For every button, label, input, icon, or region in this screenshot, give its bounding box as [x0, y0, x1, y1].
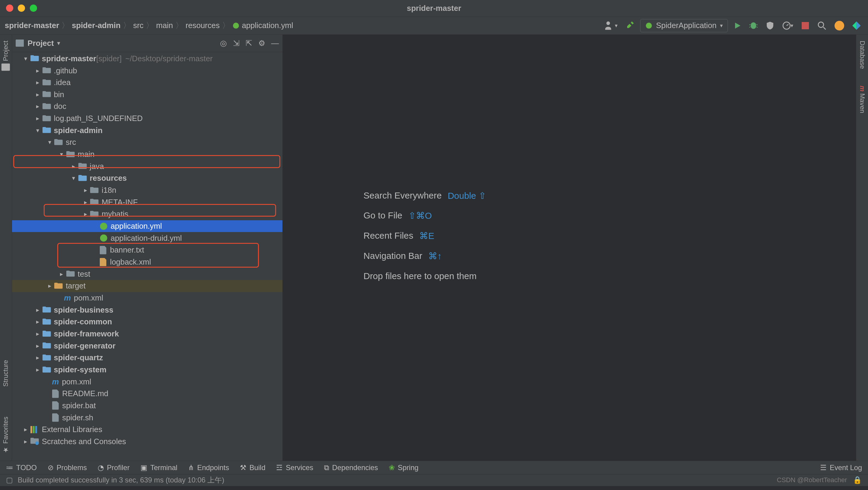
search-everywhere-button[interactable] — [815, 19, 829, 32]
left-tab-favorites[interactable]: ★Favorites — [2, 417, 10, 454]
tree-row-24[interactable]: ▸spider-generator — [12, 340, 283, 352]
tree-arrow[interactable]: ▸ — [21, 426, 30, 433]
tree-row-6[interactable]: ▾spider-admin — [12, 124, 283, 136]
status-window-icon[interactable]: ▢ — [6, 476, 13, 484]
tree-row-31[interactable]: ▸External Libraries — [12, 424, 283, 436]
tree-row-29[interactable]: spider.bat — [12, 400, 283, 412]
expand-all-icon[interactable]: ⇲ — [233, 39, 240, 48]
tree-row-11[interactable]: ▸i18n — [12, 184, 283, 196]
minimize-window[interactable] — [18, 4, 25, 12]
ide-updates-avatar[interactable] — [832, 19, 846, 32]
tree-row-13[interactable]: ▸mybatis — [12, 208, 283, 220]
tree-row-8[interactable]: ▾main — [12, 148, 283, 161]
tree-row-21[interactable]: ▸spider-business — [12, 304, 283, 316]
event-log-button[interactable]: ☰Event Log — [820, 463, 862, 472]
bottom-tab-problems[interactable]: ⊘Problems — [48, 463, 87, 472]
tree-row-32[interactable]: ▸Scratches and Consoles — [12, 436, 283, 448]
tree-arrow[interactable]: ▸ — [45, 282, 55, 289]
tree-row-28[interactable]: README.md — [12, 388, 283, 400]
tree-arrow[interactable]: ▸ — [33, 103, 42, 110]
tree-arrow[interactable]: ▸ — [33, 67, 42, 74]
tree-arrow[interactable]: ▸ — [69, 163, 79, 170]
tree-row-23[interactable]: ▸spider-framework — [12, 328, 283, 340]
tree-row-30[interactable]: spider.sh — [12, 411, 283, 424]
tree-arrow[interactable]: ▸ — [33, 354, 42, 361]
run-button[interactable] — [732, 19, 744, 32]
left-tab-project[interactable]: Project — [1, 41, 10, 71]
crumb-1[interactable]: spider-admin — [72, 21, 121, 30]
tree-arrow[interactable]: ▸ — [33, 115, 42, 122]
run-coverage-button[interactable] — [764, 19, 776, 32]
tree-row-3[interactable]: ▸bin — [12, 88, 283, 100]
stop-button[interactable] — [799, 19, 811, 32]
tree-row-2[interactable]: ▸.idea — [12, 77, 283, 89]
jetbrains-icon[interactable] — [850, 19, 864, 32]
crumb-0[interactable]: sprider-master — [5, 21, 59, 30]
tree-arrow[interactable]: ▸ — [57, 271, 66, 278]
tree-row-14[interactable]: application.yml — [12, 220, 283, 232]
hide-panel-icon[interactable]: — — [271, 39, 279, 48]
tree-arrow[interactable]: ▸ — [21, 438, 30, 445]
tree-row-17[interactable]: logback.xml — [12, 256, 283, 268]
tree-row-19[interactable]: ▸target — [12, 280, 283, 292]
tree-arrow[interactable]: ▸ — [33, 307, 42, 314]
tree-arrow[interactable]: ▸ — [33, 330, 42, 337]
tree-row-10[interactable]: ▾resources — [12, 172, 283, 184]
tree-row-5[interactable]: ▸log.path_IS_UNDEFINED — [12, 113, 283, 125]
tree-arrow[interactable]: ▸ — [33, 366, 42, 373]
tree-row-27[interactable]: mpom.xml — [12, 376, 283, 388]
tree-row-4[interactable]: ▸doc — [12, 100, 283, 113]
tree-row-12[interactable]: ▸META-INF — [12, 196, 283, 208]
tree-row-20[interactable]: mpom.xml — [12, 292, 283, 304]
bottom-tab-build[interactable]: ⚒Build — [240, 463, 266, 472]
crumb-4[interactable]: resources — [186, 21, 220, 30]
tree-arrow[interactable]: ▸ — [33, 318, 42, 325]
tree-row-7[interactable]: ▾src — [12, 136, 283, 148]
close-window[interactable] — [6, 4, 13, 12]
tree-arrow[interactable]: ▾ — [57, 151, 66, 158]
tree-row-18[interactable]: ▸test — [12, 268, 283, 280]
tree-row-26[interactable]: ▸spider-system — [12, 364, 283, 376]
tree-row-15[interactable]: application-druid.yml — [12, 232, 283, 244]
bottom-tab-spring[interactable]: ❀Spring — [389, 463, 418, 472]
vcs-user-icon[interactable]: ▾ — [603, 19, 620, 32]
bottom-tab-endpoints[interactable]: ⋔Endpoints — [188, 463, 229, 472]
tree-arrow[interactable]: ▸ — [33, 342, 42, 349]
tree-arrow[interactable]: ▸ — [81, 211, 90, 218]
maximize-window[interactable] — [30, 4, 37, 12]
tree-arrow[interactable]: ▾ — [21, 55, 30, 62]
tree-row-1[interactable]: ▸.github — [12, 64, 283, 77]
crumb-2[interactable]: src — [133, 21, 144, 30]
crumb-3[interactable]: main — [156, 21, 173, 30]
right-tab-maven[interactable]: m Maven — [858, 86, 866, 113]
left-tab-structure[interactable]: Structure — [2, 360, 10, 386]
tree-arrow[interactable]: ▾ — [69, 175, 79, 182]
tree-row-9[interactable]: ▸java — [12, 160, 283, 172]
build-hammer-icon[interactable] — [624, 19, 637, 32]
gear-icon[interactable]: ⚙ — [258, 39, 265, 48]
project-tree[interactable]: ▾sprider-master [spider]~/Desktop/spride… — [12, 52, 283, 461]
crumb-5[interactable]: application.yml — [232, 21, 293, 30]
tree-arrow[interactable]: ▾ — [45, 139, 55, 146]
bottom-tab-todo[interactable]: ≔TODO — [6, 463, 37, 472]
run-config-selector[interactable]: SpiderApplication ▾ — [640, 19, 728, 32]
tree-arrow[interactable]: ▸ — [33, 79, 42, 86]
tree-row-22[interactable]: ▸spider-common — [12, 316, 283, 328]
bottom-tab-dependencies[interactable]: ⧉Dependencies — [324, 463, 378, 472]
project-panel-title-group[interactable]: Project ▾ — [16, 39, 60, 48]
debug-button[interactable] — [747, 19, 761, 32]
right-tab-database[interactable]: Database — [858, 41, 866, 69]
tree-row-0[interactable]: ▾sprider-master [spider]~/Desktop/spride… — [12, 53, 283, 65]
status-lock-icon[interactable]: 🔒 — [853, 476, 862, 484]
select-opened-file-icon[interactable]: ◎ — [220, 39, 227, 48]
tree-arrow[interactable]: ▸ — [81, 199, 90, 206]
tree-arrow[interactable]: ▾ — [33, 127, 42, 134]
run-with-profiler-button[interactable]: ▾ — [780, 19, 796, 32]
tree-row-16[interactable]: banner.txt — [12, 244, 283, 256]
bottom-tab-terminal[interactable]: ▣Terminal — [141, 463, 178, 472]
tree-row-25[interactable]: ▸spider-quartz — [12, 352, 283, 364]
collapse-all-icon[interactable]: ⇱ — [246, 39, 252, 48]
bottom-tab-services[interactable]: ☲Services — [276, 463, 313, 472]
tree-arrow[interactable]: ▸ — [81, 187, 90, 194]
bottom-tab-profiler[interactable]: ◔Profiler — [98, 463, 130, 472]
